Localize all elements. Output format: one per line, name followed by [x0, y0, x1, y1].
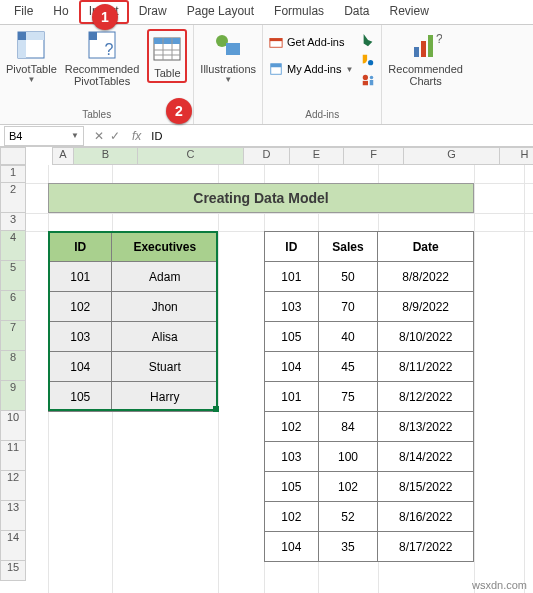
get-addins-button[interactable]: Get Add-ins [269, 35, 353, 49]
table-cell[interactable]: 103 [49, 322, 112, 352]
pivottable-button[interactable]: PivotTable ▼ [6, 29, 57, 84]
table-cell[interactable]: 104 [265, 352, 319, 382]
table-cell[interactable]: 101 [265, 382, 319, 412]
menu-home[interactable]: Ho [43, 0, 78, 24]
table-cell[interactable]: 105 [49, 382, 112, 412]
table-cell[interactable]: Jhon [112, 292, 218, 322]
table-cell[interactable]: 103 [265, 442, 319, 472]
ribbon-group-charts: ? Recommended Charts [382, 25, 469, 124]
fx-icon[interactable]: fx [126, 129, 147, 143]
table-cell[interactable]: 50 [318, 262, 378, 292]
formula-input[interactable] [147, 128, 533, 144]
table-cell[interactable]: 8/15/2022 [378, 472, 474, 502]
row-header[interactable]: 7 [0, 321, 26, 351]
col-header[interactable]: G [404, 147, 500, 165]
recommended-pivottables-button[interactable]: ? Recommended PivotTables [65, 29, 140, 87]
table-cell[interactable]: 40 [318, 322, 378, 352]
menu-formulas[interactable]: Formulas [264, 0, 334, 24]
row-header[interactable]: 14 [0, 531, 26, 561]
bing-icon[interactable] [361, 53, 375, 67]
worksheet-grid[interactable]: A B C D E F G H 1 2 3 4 5 6 7 8 9 10 11 … [0, 147, 533, 593]
table-cell[interactable]: 8/10/2022 [378, 322, 474, 352]
menu-draw[interactable]: Draw [129, 0, 177, 24]
table-button[interactable]: Table [147, 29, 187, 83]
pivottable-icon [15, 29, 47, 61]
table-cell[interactable]: 8/9/2022 [378, 292, 474, 322]
table-cell[interactable]: Stuart [112, 352, 218, 382]
row-header[interactable]: 4 [0, 231, 26, 261]
col-header[interactable]: F [344, 147, 404, 165]
table-cell[interactable]: Adam [112, 262, 218, 292]
col-header[interactable]: H [500, 147, 533, 165]
table-cell[interactable]: 8/13/2022 [378, 412, 474, 442]
table-cell[interactable]: 8/8/2022 [378, 262, 474, 292]
menu-data[interactable]: Data [334, 0, 379, 24]
table-cell[interactable]: 104 [265, 532, 319, 562]
my-addins-button[interactable]: My Add-ins ▼ [269, 62, 353, 76]
svg-rect-18 [271, 64, 282, 68]
table-cell[interactable]: 102 [318, 472, 378, 502]
table-cell[interactable]: 102 [265, 502, 319, 532]
row-header[interactable]: 15 [0, 561, 26, 581]
table-cell[interactable]: 8/17/2022 [378, 532, 474, 562]
svg-rect-2 [18, 40, 26, 58]
row-header[interactable]: 6 [0, 291, 26, 321]
table-cell[interactable]: 35 [318, 532, 378, 562]
table-cell[interactable]: 104 [49, 352, 112, 382]
table-cell[interactable]: 8/12/2022 [378, 382, 474, 412]
table-cell[interactable]: 101 [265, 262, 319, 292]
table-cell[interactable]: 101 [49, 262, 112, 292]
row-header[interactable]: 13 [0, 501, 26, 531]
col-header[interactable]: C [138, 147, 244, 165]
table-icon [151, 33, 183, 65]
sales-table: ID Sales Date 101508/8/2022 103708/9/202… [264, 231, 474, 562]
col-header[interactable]: E [290, 147, 344, 165]
table-cell[interactable]: 75 [318, 382, 378, 412]
col-header[interactable]: A [52, 147, 74, 165]
menu-review[interactable]: Review [379, 0, 438, 24]
select-all-corner[interactable] [0, 147, 26, 165]
table-cell[interactable]: 52 [318, 502, 378, 532]
svg-rect-26 [428, 35, 433, 57]
table-cell[interactable]: Alisa [112, 322, 218, 352]
cancel-icon[interactable]: ✕ [94, 129, 104, 143]
name-box[interactable]: B4 ▼ [4, 126, 84, 146]
table-cell[interactable]: 105 [265, 322, 319, 352]
my-addins-label: My Add-ins [287, 63, 341, 75]
bing-maps-icon[interactable] [361, 33, 375, 47]
table-cell[interactable]: 105 [265, 472, 319, 502]
row-header[interactable]: 1 [0, 165, 26, 183]
table-cell[interactable]: Harry [112, 382, 218, 412]
table-cell[interactable]: 70 [318, 292, 378, 322]
table-cell[interactable]: 102 [49, 292, 112, 322]
illustrations-icon [212, 29, 244, 61]
row-header[interactable]: 8 [0, 351, 26, 381]
addins-icon [269, 62, 283, 76]
row-header[interactable]: 3 [0, 213, 26, 231]
chevron-down-icon[interactable]: ▼ [71, 131, 79, 140]
menu-file[interactable]: File [4, 0, 43, 24]
people-graph-icon[interactable] [361, 73, 375, 87]
row-header[interactable]: 12 [0, 471, 26, 501]
table-label: Table [154, 67, 180, 79]
table-cell[interactable]: 84 [318, 412, 378, 442]
illustrations-button[interactable]: Illustrations ▼ [200, 29, 256, 84]
table-cell[interactable]: 100 [318, 442, 378, 472]
row-header[interactable]: 5 [0, 261, 26, 291]
recommended-charts-button[interactable]: ? Recommended Charts [388, 29, 463, 87]
enter-icon[interactable]: ✓ [110, 129, 120, 143]
row-header[interactable]: 9 [0, 381, 26, 411]
row-header[interactable]: 11 [0, 441, 26, 471]
table-cell[interactable]: 45 [318, 352, 378, 382]
svg-rect-25 [421, 41, 426, 57]
col-header[interactable]: B [74, 147, 138, 165]
menu-page-layout[interactable]: Page Layout [177, 0, 264, 24]
row-header[interactable]: 10 [0, 411, 26, 441]
col-header[interactable]: D [244, 147, 290, 165]
table-cell[interactable]: 8/14/2022 [378, 442, 474, 472]
table-cell[interactable]: 103 [265, 292, 319, 322]
table-cell[interactable]: 8/16/2022 [378, 502, 474, 532]
table-cell[interactable]: 8/11/2022 [378, 352, 474, 382]
row-header[interactable]: 2 [0, 183, 26, 213]
table-cell[interactable]: 102 [265, 412, 319, 442]
